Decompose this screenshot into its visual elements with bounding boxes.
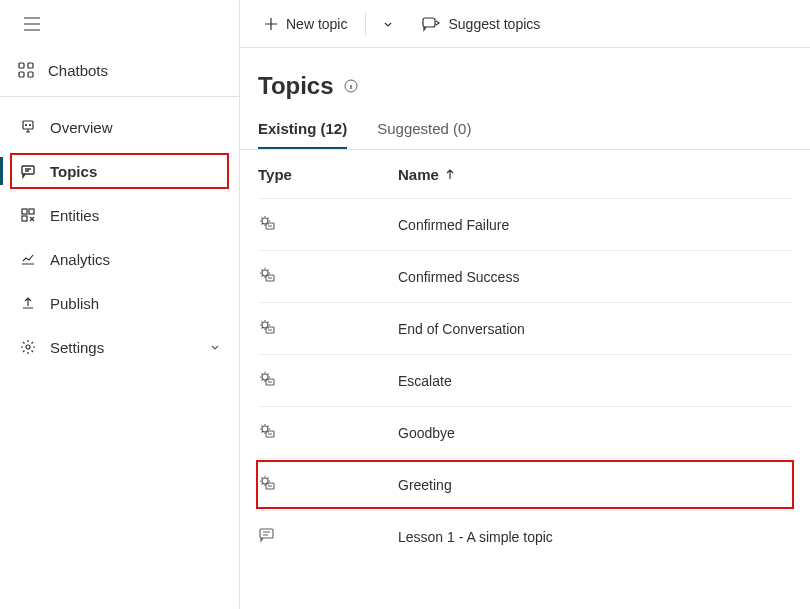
plus-icon [264, 17, 278, 31]
row-type-cell [258, 422, 398, 443]
suggest-icon [422, 16, 440, 32]
topic-name: End of Conversation [398, 321, 525, 337]
row-name-cell: Confirmed Success [398, 269, 792, 285]
chevron-down-icon [209, 339, 221, 356]
system-topic-icon [258, 323, 276, 339]
table-row[interactable]: End of Conversation [258, 302, 792, 354]
table-row[interactable]: Goodbye [258, 406, 792, 458]
column-header-name-label: Name [398, 166, 439, 183]
new-topic-button[interactable]: New topic [258, 8, 353, 40]
svg-rect-3 [28, 72, 33, 77]
svg-rect-10 [22, 216, 27, 221]
table-row[interactable]: Escalate [258, 354, 792, 406]
topic-name: Escalate [398, 373, 452, 389]
system-topic-icon [258, 219, 276, 235]
row-type-cell [258, 318, 398, 339]
page-title-row: Topics [240, 48, 810, 110]
row-type-cell [258, 370, 398, 391]
page-title: Topics [258, 72, 334, 100]
sort-asc-icon [445, 168, 455, 180]
sidebar-item-label: Chatbots [48, 62, 108, 79]
sidebar-item-label: Overview [50, 119, 113, 136]
overview-icon [20, 119, 36, 135]
column-header-name[interactable]: Name [398, 166, 792, 183]
row-name-cell: Lesson 1 - A simple topic [398, 529, 792, 545]
svg-rect-0 [19, 63, 24, 68]
row-type-cell [258, 266, 398, 287]
sidebar-item-publish[interactable]: Publish [0, 281, 239, 325]
svg-point-6 [30, 125, 31, 126]
svg-point-11 [26, 345, 30, 349]
column-header-type[interactable]: Type [258, 166, 398, 183]
row-type-cell [258, 474, 398, 495]
svg-rect-4 [23, 121, 33, 129]
sidebar-item-label: Analytics [50, 251, 110, 268]
publish-icon [20, 295, 36, 311]
system-topic-icon [258, 427, 276, 443]
user-topic-icon [258, 531, 276, 547]
sidebar-item-label: Entities [50, 207, 99, 224]
button-label: Suggest topics [448, 16, 540, 32]
system-topic-icon [258, 271, 276, 287]
row-name-cell: Goodbye [398, 425, 792, 441]
svg-rect-1 [28, 63, 33, 68]
row-name-cell: End of Conversation [398, 321, 792, 337]
table-row[interactable]: Lesson 1 - A simple topic [258, 510, 792, 562]
new-topic-dropdown[interactable] [378, 8, 398, 40]
toolbar: New topic Suggest topics [240, 0, 810, 48]
sidebar-item-label: Publish [50, 295, 99, 312]
row-type-cell [258, 526, 398, 547]
sidebar-item-settings[interactable]: Settings [0, 325, 239, 369]
topic-name: Confirmed Failure [398, 217, 509, 233]
row-name-cell: Greeting [398, 477, 792, 493]
topic-name: Lesson 1 - A simple topic [398, 529, 553, 545]
sidebar-item-topics[interactable]: Topics [0, 149, 239, 193]
analytics-icon [20, 251, 36, 267]
table-row[interactable]: Greeting [258, 458, 792, 510]
topic-name: Confirmed Success [398, 269, 519, 285]
row-name-cell: Escalate [398, 373, 792, 389]
svg-rect-9 [29, 209, 34, 214]
button-label: New topic [286, 16, 347, 32]
sidebar-divider [0, 96, 239, 97]
system-topic-icon [258, 479, 276, 495]
table-header: Type Name [258, 150, 792, 198]
gear-icon [20, 339, 36, 355]
topic-name: Greeting [398, 477, 452, 493]
chevron-down-icon [382, 18, 394, 30]
sidebar-item-analytics[interactable]: Analytics [0, 237, 239, 281]
sidebar-item-label: Topics [50, 163, 97, 180]
table-row[interactable]: Confirmed Failure [258, 198, 792, 250]
tab-existing[interactable]: Existing (12) [258, 120, 347, 149]
system-topic-icon [258, 375, 276, 391]
tab-suggested[interactable]: Suggested (0) [377, 120, 471, 149]
svg-rect-8 [22, 209, 27, 214]
info-icon[interactable] [344, 79, 358, 93]
svg-rect-7 [22, 166, 34, 174]
row-type-cell [258, 214, 398, 235]
sidebar: Chatbots Overview Topics Entities Analyt… [0, 0, 240, 609]
row-name-cell: Confirmed Failure [398, 217, 792, 233]
topics-icon [20, 163, 36, 179]
sidebar-item-entities[interactable]: Entities [0, 193, 239, 237]
entities-icon [20, 207, 36, 223]
toolbar-separator [365, 12, 366, 36]
grid-icon [18, 62, 34, 78]
topic-name: Goodbye [398, 425, 455, 441]
suggest-topics-button[interactable]: Suggest topics [416, 8, 546, 40]
svg-point-5 [26, 125, 27, 126]
table-row[interactable]: Confirmed Success [258, 250, 792, 302]
svg-rect-2 [19, 72, 24, 77]
hamburger-button[interactable] [16, 8, 48, 40]
hamburger-icon [24, 17, 40, 31]
tabs: Existing (12) Suggested (0) [240, 110, 810, 150]
svg-rect-26 [260, 529, 273, 538]
sidebar-item-overview[interactable]: Overview [0, 105, 239, 149]
sidebar-item-chatbots[interactable]: Chatbots [0, 48, 239, 92]
topics-table: Type Name Confirmed FailureConfirmed Suc… [240, 150, 810, 562]
svg-rect-12 [423, 18, 435, 27]
sidebar-item-label: Settings [50, 339, 104, 356]
main-content: New topic Suggest topics Topics Existing… [240, 0, 810, 609]
